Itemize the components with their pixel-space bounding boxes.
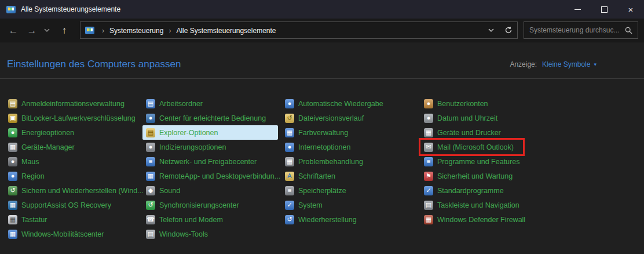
items-column-2: ▤Arbeitsordner●Center für erleichterte B… xyxy=(146,96,285,241)
device-manager-icon: ▦ xyxy=(8,143,17,152)
troubleshooting-icon: ▦ xyxy=(285,157,294,166)
maximize-icon xyxy=(601,6,608,13)
items-column-4: ●Benutzerkonten●Datum und Uhrzeit▦Geräte… xyxy=(424,96,598,241)
item-label: Energieoptionen xyxy=(21,129,74,137)
item-storage-spaces[interactable]: ≡Speicherplätze xyxy=(281,183,350,198)
item-label: Dateiversionsverlauf xyxy=(298,114,364,122)
folder-options-icon: ▤ xyxy=(146,128,155,137)
item-date-time[interactable]: ●Datum und Uhrzeit xyxy=(420,111,501,125)
item-programs-features[interactable]: ≡Programme und Features xyxy=(420,154,523,169)
windows-tools-icon: ▤ xyxy=(146,230,155,239)
item-devices-printers[interactable]: ▦Geräte und Drucker xyxy=(420,125,504,140)
title-bar: Alle Systemsteuerungselemente × xyxy=(0,0,644,19)
programs-features-icon: ≡ xyxy=(424,157,433,166)
back-icon: ← xyxy=(9,25,19,36)
navigation-bar: ← → ↑ ›Systemsteuerung›Alle Systemsteuer… xyxy=(0,19,644,42)
forward-icon: → xyxy=(27,25,37,36)
close-icon: × xyxy=(628,5,634,14)
item-keyboard[interactable]: ▦Tastatur xyxy=(5,212,50,227)
user-accounts-icon: ● xyxy=(424,99,433,108)
item-default-programs[interactable]: ✓Standardprogramme xyxy=(420,183,507,198)
maximize-button[interactable] xyxy=(591,0,617,19)
printer-icon: ▦ xyxy=(424,128,433,137)
item-file-history[interactable]: ↺Dateiversionsverlauf xyxy=(281,111,367,125)
item-mail-outlook[interactable]: ✉Mail (Microsoft Outlook) xyxy=(420,140,523,154)
item-defender-firewall[interactable]: ▦Windows Defender Firewall xyxy=(420,212,529,227)
item-supportassist-recovery[interactable]: ▦SupportAssist OS Recovery xyxy=(5,198,115,212)
item-sound[interactable]: ◆Sound xyxy=(142,183,184,198)
item-remoteapp-connections[interactable]: ▦RemoteApp- und Desktopverbindun... xyxy=(142,169,284,183)
taskbar-icon: ▤ xyxy=(424,201,433,210)
item-label: Telefon und Modem xyxy=(159,216,223,224)
item-phone-modem[interactable]: ☎Telefon und Modem xyxy=(142,212,226,227)
address-dropdown-button[interactable] xyxy=(482,28,500,32)
item-taskbar-navigation[interactable]: ▤Taskleiste und Navigation xyxy=(420,198,523,212)
color-management-icon: ▦ xyxy=(285,128,294,137)
item-backup-restore[interactable]: ↺Sichern und Wiederherstellen (Wind... xyxy=(5,183,147,198)
backup-restore-icon: ↺ xyxy=(8,186,17,195)
item-label: Maus xyxy=(21,158,39,166)
item-label: Sicherheit und Wartung xyxy=(437,172,513,180)
item-label: Geräte und Drucker xyxy=(437,129,501,137)
item-security-maintenance[interactable]: ⚑Sicherheit und Wartung xyxy=(420,169,516,183)
item-recovery[interactable]: ↺Wiederherstellung xyxy=(281,212,360,227)
item-troubleshooting[interactable]: ▦Problembehandlung xyxy=(281,154,367,169)
item-label: Speicherplätze xyxy=(298,187,346,195)
recent-pages-button[interactable] xyxy=(41,28,53,32)
item-label: Benutzerkonten xyxy=(437,100,488,108)
up-button[interactable]: ↑ xyxy=(57,26,72,35)
item-device-manager[interactable]: ▦Geräte-Manager xyxy=(5,140,78,154)
item-mobility-center[interactable]: ▦Windows-Mobilitätscenter xyxy=(5,227,107,241)
phone-modem-icon: ☎ xyxy=(146,215,155,224)
breadcrumb: ›Systemsteuerung›Alle Systemsteuerungsel… xyxy=(97,25,276,35)
address-bar[interactable]: ›Systemsteuerung›Alle Systemsteuerungsel… xyxy=(80,21,518,39)
item-windows-tools[interactable]: ▤Windows-Tools xyxy=(142,227,211,241)
minimize-icon xyxy=(575,9,581,10)
item-network-sharing-center[interactable]: ≡Netzwerk- und Freigabecenter xyxy=(142,154,260,169)
forward-button[interactable]: → xyxy=(24,26,39,35)
back-button[interactable]: ← xyxy=(6,26,21,35)
close-button[interactable]: × xyxy=(617,0,644,19)
item-bitlocker[interactable]: ▣BitLocker-Laufwerkverschlüsselung xyxy=(5,111,139,125)
page-title: Einstellungen des Computers anpassen xyxy=(7,59,510,70)
item-internet-options[interactable]: ●Internetoptionen xyxy=(281,140,354,154)
item-color-management[interactable]: ▦Farbverwaltung xyxy=(281,125,352,140)
toolbox-icon: ▦ xyxy=(8,201,17,210)
item-label: SupportAssist OS Recovery xyxy=(21,201,111,209)
minimize-button[interactable] xyxy=(564,0,591,19)
mobility-center-icon: ▦ xyxy=(8,230,17,239)
sync-center-icon: ↺ xyxy=(146,201,155,210)
item-system[interactable]: ✓System xyxy=(281,198,326,212)
item-indexing-options[interactable]: ●Indizierungsoptionen xyxy=(142,140,229,154)
item-user-accounts[interactable]: ●Benutzerkonten xyxy=(420,96,492,111)
firewall-icon: ▦ xyxy=(424,215,433,224)
control-panel-icon xyxy=(6,6,16,13)
item-sync-center[interactable]: ↺Synchronisierungscenter xyxy=(142,198,243,212)
item-ease-of-access[interactable]: ●Center für erleichterte Bedienung xyxy=(142,111,269,125)
item-label: Region xyxy=(21,172,45,180)
item-fonts[interactable]: ASchriftarten xyxy=(281,169,339,183)
search-box[interactable]: Systemsteuerung durchsuc... xyxy=(524,21,638,39)
breadcrumb-segment[interactable]: Systemsteuerung xyxy=(109,27,163,35)
item-credential-manager[interactable]: ▤Anmeldeinformationsverwaltung xyxy=(5,96,128,111)
view-size-dropdown[interactable]: Kleine Symbole xyxy=(542,60,590,68)
refresh-button[interactable] xyxy=(500,26,517,34)
page-header: Einstellungen des Computers anpassen Anz… xyxy=(0,42,644,70)
item-label: Schriftarten xyxy=(298,172,335,180)
item-label: Automatische Wiedergabe xyxy=(298,100,383,108)
item-label: RemoteApp- und Desktopverbindun... xyxy=(159,172,280,180)
item-mouse[interactable]: ●Maus xyxy=(5,154,43,169)
item-label: Windows Defender Firewall xyxy=(437,216,525,224)
item-region[interactable]: ●Region xyxy=(5,169,48,183)
item-label: Farbverwaltung xyxy=(298,129,348,137)
item-power-options[interactable]: ●Energieoptionen xyxy=(5,125,78,140)
mouse-icon: ● xyxy=(8,157,17,166)
item-autoplay[interactable]: ●Automatische Wiedergabe xyxy=(281,96,387,111)
breadcrumb-segment[interactable]: Alle Systemsteuerungselemente xyxy=(176,27,276,35)
item-label: Programme und Features xyxy=(437,158,519,166)
file-history-icon: ↺ xyxy=(285,114,294,123)
keyboard-icon: ▦ xyxy=(8,215,17,224)
item-work-folders[interactable]: ▤Arbeitsordner xyxy=(142,96,206,111)
items-column-3: ●Automatische Wiedergabe↺Dateiversionsve… xyxy=(285,96,424,241)
item-explorer-options[interactable]: ▤Explorer-Optionen xyxy=(142,125,278,140)
